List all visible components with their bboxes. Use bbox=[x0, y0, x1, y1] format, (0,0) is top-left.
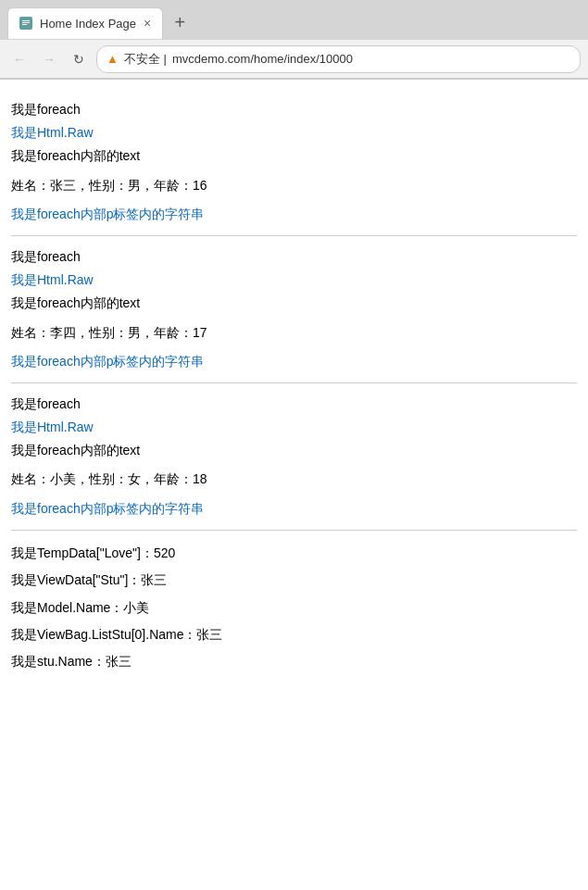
html-raw-label-2: 我是Html.Raw bbox=[11, 269, 577, 292]
new-tab-button[interactable]: + bbox=[167, 10, 193, 36]
html-raw-label-3: 我是Html.Raw bbox=[11, 416, 577, 439]
browser-chrome: Home Index Page × + ← → ↻ ▲ 不安全 | mvcdem… bbox=[0, 0, 588, 80]
foreach-text-label-3: 我是foreach内部的text bbox=[11, 439, 577, 462]
tab-title: Home Index Page bbox=[40, 17, 136, 31]
p-tag-text-2: 我是foreach内部p标签内的字符串 bbox=[11, 350, 577, 373]
browser-tab[interactable]: Home Index Page × bbox=[7, 7, 163, 39]
url-text: mvcdemo.com/home/index/10000 bbox=[172, 52, 353, 66]
bottom-data-section: 我是TempData["Love"]：520 我是ViewData["Stu"]… bbox=[11, 531, 577, 685]
tab-bar: Home Index Page × + bbox=[0, 0, 588, 40]
foreach-section-1: 我是foreach 我是Html.Raw 我是foreach内部的text 姓名… bbox=[11, 89, 577, 236]
tab-close-button[interactable]: × bbox=[144, 17, 151, 30]
viewbag-line: 我是ViewBag.ListStu[0].Name：张三 bbox=[11, 621, 577, 648]
person-info-1: 姓名：张三，性别：男，年龄：16 bbox=[11, 174, 577, 197]
model-name-line: 我是Model.Name：小美 bbox=[11, 595, 577, 621]
foreach-text-label-1: 我是foreach内部的text bbox=[11, 144, 577, 168]
forward-button[interactable]: → bbox=[37, 47, 61, 71]
person-info-3: 姓名：小美，性别：女，年龄：18 bbox=[11, 468, 577, 491]
url-input-box[interactable]: ▲ 不安全 | mvcdemo.com/home/index/10000 bbox=[96, 45, 581, 73]
svg-rect-0 bbox=[22, 20, 30, 21]
svg-rect-1 bbox=[22, 22, 30, 23]
refresh-button[interactable]: ↻ bbox=[67, 47, 91, 71]
page-content: 我是foreach 我是Html.Raw 我是foreach内部的text 姓名… bbox=[0, 80, 588, 695]
html-raw-label-1: 我是Html.Raw bbox=[11, 121, 577, 144]
back-button[interactable]: ← bbox=[7, 47, 31, 71]
p-tag-text-1: 我是foreach内部p标签内的字符串 bbox=[11, 203, 577, 226]
foreach-label-2: 我是foreach bbox=[11, 245, 577, 269]
foreach-section-3: 我是foreach 我是Html.Raw 我是foreach内部的text 姓名… bbox=[11, 383, 577, 531]
security-warning-icon: ▲ bbox=[106, 52, 119, 66]
p-tag-text-3: 我是foreach内部p标签内的字符串 bbox=[11, 497, 577, 520]
tab-favicon bbox=[19, 17, 32, 30]
viewdata-line: 我是ViewData["Stu"]：张三 bbox=[11, 567, 577, 594]
tempdata-line: 我是TempData["Love"]：520 bbox=[11, 540, 577, 567]
address-bar: ← → ↻ ▲ 不安全 | mvcdemo.com/home/index/100… bbox=[0, 40, 588, 79]
svg-rect-2 bbox=[22, 24, 27, 25]
foreach-label-1: 我是foreach bbox=[11, 98, 577, 121]
foreach-label-3: 我是foreach bbox=[11, 393, 577, 416]
stu-name-line: 我是stu.Name：张三 bbox=[11, 648, 577, 675]
foreach-section-2: 我是foreach 我是Html.Raw 我是foreach内部的text 姓名… bbox=[11, 236, 577, 383]
foreach-text-label-2: 我是foreach内部的text bbox=[11, 292, 577, 315]
person-info-2: 姓名：李四，性别：男，年龄：17 bbox=[11, 321, 577, 345]
unsecure-label: 不安全 | bbox=[124, 51, 167, 68]
